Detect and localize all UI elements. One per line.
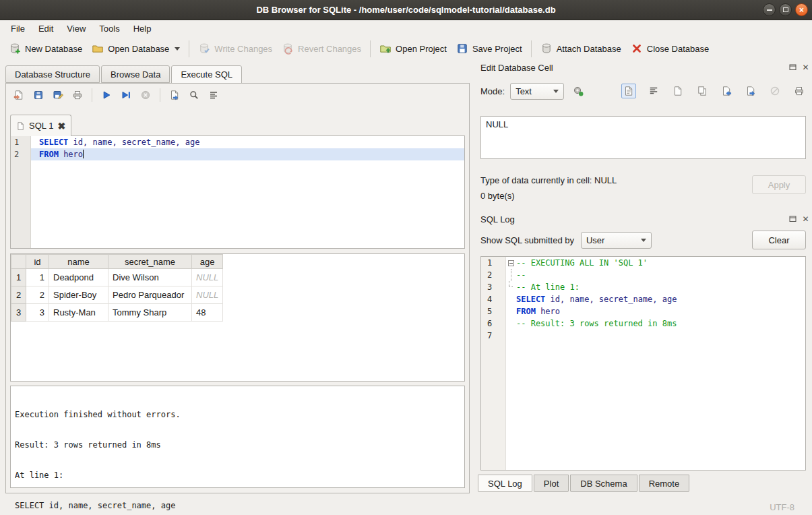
- cell-type-info: Type of data currently in cell: NULL: [480, 175, 617, 185]
- editor-code: FROM hero: [31, 148, 464, 160]
- log-sql: SELECT id, name, secret_name, age: [516, 293, 677, 305]
- message-line: Result: 3 rows returned in 8ms: [15, 440, 460, 450]
- dock-tabs: SQL Log Plot DB Schema Remote: [478, 475, 691, 492]
- menu-help[interactable]: Help: [127, 22, 158, 36]
- maximize-button[interactable]: [779, 3, 792, 16]
- export-icon[interactable]: [744, 84, 757, 98]
- float-panel-icon[interactable]: [788, 214, 797, 223]
- column-header-secret-name[interactable]: secret_name: [108, 255, 192, 269]
- save-sql-file-as-icon[interactable]: [51, 88, 65, 102]
- write-changes-label: Write Changes: [214, 44, 272, 54]
- word-wrap-icon[interactable]: [647, 84, 660, 98]
- tab-db-schema[interactable]: DB Schema: [570, 475, 637, 492]
- menu-view[interactable]: View: [60, 22, 92, 36]
- fold-line: [511, 269, 511, 281]
- minimize-button[interactable]: [763, 3, 776, 16]
- execute-current-line-icon[interactable]: [119, 88, 133, 102]
- close-tab-icon[interactable]: ✖: [57, 121, 65, 131]
- stop-icon[interactable]: [139, 88, 152, 102]
- cell-id[interactable]: 3: [26, 304, 49, 322]
- cell-name[interactable]: Rusty-Man: [49, 304, 108, 322]
- toolbar-separator: [160, 88, 160, 102]
- tab-plot[interactable]: Plot: [534, 475, 569, 492]
- window-title: DB Browser for SQLite - /home/user/code/…: [256, 5, 555, 15]
- print-icon[interactable]: [71, 88, 84, 102]
- cell-age[interactable]: NULL: [192, 269, 223, 286]
- menu-edit[interactable]: Edit: [32, 22, 60, 36]
- menu-file[interactable]: File: [4, 22, 32, 36]
- cell-secret-name[interactable]: Pedro Parqueador: [108, 286, 192, 304]
- tab-remote[interactable]: Remote: [639, 475, 690, 492]
- tab-execute-sql[interactable]: Execute SQL: [171, 65, 242, 84]
- import-icon[interactable]: [720, 84, 733, 98]
- cell-name[interactable]: Deadpond: [49, 269, 108, 286]
- close-database-icon: [631, 42, 643, 55]
- log-comment: -- EXECUTING ALL IN 'SQL 1': [516, 257, 648, 269]
- line-number: 2: [11, 148, 31, 160]
- cell-age[interactable]: 48: [192, 304, 223, 322]
- row-header[interactable]: 3: [11, 304, 26, 322]
- encoding-indicator[interactable]: UTF-8: [770, 502, 794, 512]
- apply-button[interactable]: Apply: [752, 175, 806, 194]
- attach-database-button[interactable]: Attach Database: [536, 39, 626, 58]
- sql-document-tab[interactable]: SQL 1 ✖: [10, 115, 71, 136]
- save-project-button[interactable]: Save Project: [451, 39, 527, 58]
- table-row: 1 1 Deadpond Dive Wilson NULL: [11, 269, 223, 286]
- close-button[interactable]: ×: [795, 3, 808, 16]
- clear-log-button[interactable]: Clear: [752, 231, 806, 249]
- column-header-name[interactable]: name: [49, 255, 108, 269]
- menu-tools[interactable]: Tools: [92, 22, 126, 36]
- sql-log-title: SQL Log: [480, 214, 515, 224]
- row-header[interactable]: 1: [11, 269, 26, 286]
- open-project-button[interactable]: Open Project: [375, 39, 451, 58]
- text-mode-icon[interactable]: [621, 84, 636, 98]
- column-header-age[interactable]: age: [192, 255, 223, 269]
- open-file-icon[interactable]: [671, 84, 685, 98]
- open-sql-file-icon[interactable]: [12, 88, 26, 102]
- mode-select[interactable]: Text: [510, 83, 564, 100]
- tab-sql-log[interactable]: SQL Log: [478, 475, 532, 492]
- corner-header-cell[interactable]: [11, 255, 26, 269]
- open-database-dropdown-icon[interactable]: [175, 47, 180, 51]
- copy-icon[interactable]: [695, 84, 709, 98]
- column-header-id[interactable]: id: [26, 255, 49, 269]
- tab-browse-data[interactable]: Browse Data: [101, 65, 170, 83]
- line-number: 1: [11, 136, 31, 148]
- format-sql-icon[interactable]: [207, 88, 220, 102]
- sql-toolbar: [12, 88, 220, 102]
- save-sql-file-icon[interactable]: [32, 88, 45, 102]
- open-in-new-tab-icon[interactable]: [168, 88, 181, 102]
- edit-cell-title: Edit Database Cell: [480, 63, 553, 73]
- cell-id[interactable]: 1: [26, 269, 49, 286]
- print-cell-icon[interactable]: [792, 84, 806, 98]
- statusbar: UTF-8: [0, 499, 812, 515]
- cell-size-info: 0 byte(s): [480, 191, 515, 201]
- cell-id[interactable]: 2: [26, 286, 49, 304]
- cell-secret-name[interactable]: Dive Wilson: [108, 269, 192, 286]
- tab-database-structure[interactable]: Database Structure: [5, 65, 100, 83]
- cell-age[interactable]: NULL: [192, 286, 223, 304]
- open-database-button[interactable]: Open Database: [87, 39, 185, 58]
- auto-apply-icon[interactable]: [571, 84, 586, 98]
- row-header[interactable]: 2: [11, 286, 26, 304]
- new-database-button[interactable]: New Database: [4, 39, 87, 58]
- revert-changes-button[interactable]: Revert Changes: [277, 39, 366, 58]
- float-panel-icon[interactable]: [788, 63, 797, 71]
- write-changes-button[interactable]: Write Changes: [193, 39, 277, 58]
- cell-name[interactable]: Spider-Boy: [49, 286, 108, 304]
- close-database-button[interactable]: Close Database: [626, 39, 714, 58]
- submitted-by-select[interactable]: User: [581, 232, 652, 249]
- execute-all-icon[interactable]: [100, 88, 113, 102]
- close-panel-icon[interactable]: ✕: [801, 214, 810, 223]
- fold-collapse-icon[interactable]: [508, 260, 514, 266]
- set-null-icon[interactable]: [768, 84, 782, 98]
- cell-value-editor[interactable]: NULL: [480, 116, 806, 159]
- close-panel-icon[interactable]: ✕: [801, 63, 810, 71]
- table-row: 3 3 Rusty-Man Tommy Sharp 48: [11, 304, 223, 322]
- log-line: 2 --: [481, 269, 805, 281]
- cell-secret-name[interactable]: Tommy Sharp: [108, 304, 192, 322]
- open-project-icon: [379, 42, 392, 55]
- titlebar: DB Browser for SQLite - /home/user/code/…: [0, 0, 812, 20]
- find-replace-icon[interactable]: [187, 88, 201, 102]
- sql-editor[interactable]: 1 SELECT id, name, secret_name, age 2 FR…: [10, 135, 465, 249]
